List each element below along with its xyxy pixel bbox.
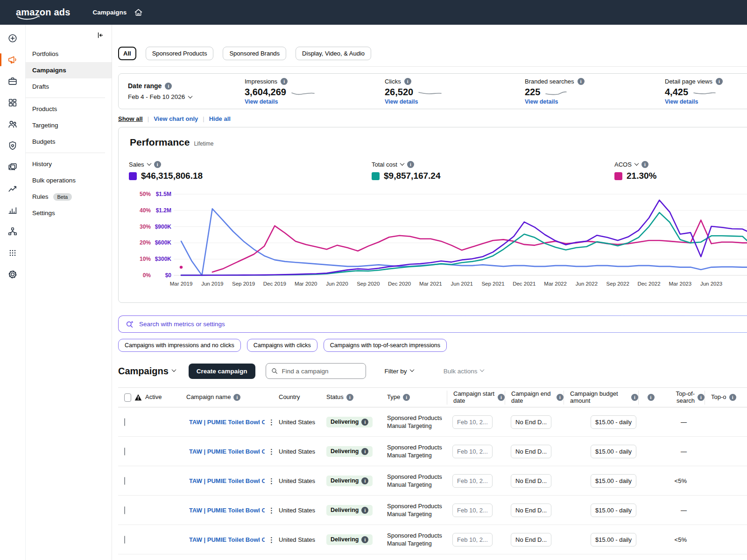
- sidebar-item-history[interactable]: History: [26, 156, 112, 172]
- tab-sponsored-products[interactable]: Sponsored Products: [146, 47, 214, 60]
- bar-chart-icon[interactable]: [0, 205, 26, 215]
- trend-line-icon[interactable]: [0, 183, 26, 194]
- start-date-box[interactable]: Feb 10, 2...: [452, 445, 493, 458]
- info-icon[interactable]: i: [716, 78, 723, 85]
- info-icon[interactable]: i: [631, 394, 638, 401]
- kebab-menu-icon[interactable]: ⋮: [268, 448, 275, 455]
- budget-box[interactable]: $15.00 - daily: [591, 504, 636, 517]
- info-icon[interactable]: i: [233, 394, 240, 401]
- info-icon[interactable]: i: [361, 477, 368, 484]
- network-icon[interactable]: [0, 226, 26, 237]
- date-range-picker[interactable]: Feb 4 - Feb 10 2026: [128, 93, 245, 100]
- view-details-link[interactable]: View details: [525, 98, 665, 105]
- row-checkbox[interactable]: [124, 536, 125, 544]
- grid-icon[interactable]: [0, 98, 26, 108]
- tab-sponsored-brands[interactable]: Sponsored Brands: [223, 47, 286, 60]
- sidebar-item-products[interactable]: Products: [26, 101, 112, 117]
- start-date-box[interactable]: Feb 10, 2...: [452, 415, 493, 429]
- sidebar-item-settings[interactable]: Settings: [26, 205, 112, 221]
- apps-grid-icon[interactable]: [0, 248, 26, 258]
- info-icon[interactable]: i: [404, 78, 411, 85]
- select-all-checkbox[interactable]: [124, 393, 131, 402]
- images-icon[interactable]: [0, 162, 26, 172]
- info-icon[interactable]: i: [154, 161, 161, 168]
- legend-metric-dropdown[interactable]: Salesi: [129, 161, 203, 168]
- sidebar-item-portfolios[interactable]: Portfolios: [26, 46, 112, 62]
- info-icon[interactable]: i: [361, 448, 368, 455]
- kebab-menu-icon[interactable]: ⋮: [268, 477, 275, 484]
- sidebar-item-rules[interactable]: RulesBeta: [26, 189, 112, 205]
- legend-metric-dropdown[interactable]: Total costi: [372, 161, 441, 168]
- megaphone-icon[interactable]: [0, 55, 26, 65]
- sidebar-item-drafts[interactable]: Drafts: [26, 78, 112, 95]
- filter-by-dropdown[interactable]: Filter by: [385, 368, 414, 375]
- tab-all[interactable]: All: [118, 47, 136, 60]
- quick-filter-pill[interactable]: Campaigns with top-of-search impressions: [324, 339, 447, 352]
- kebab-menu-icon[interactable]: ⋮: [268, 536, 275, 543]
- info-icon[interactable]: i: [498, 394, 505, 401]
- view-details-link[interactable]: View details: [665, 98, 747, 105]
- end-date-box[interactable]: No End D...: [511, 504, 551, 517]
- shield-heart-icon[interactable]: [0, 140, 26, 151]
- amazon-ads-logo[interactable]: amazon ads: [16, 7, 70, 18]
- info-icon[interactable]: i: [698, 394, 705, 401]
- row-checkbox[interactable]: [124, 477, 125, 485]
- budget-box[interactable]: $15.00 - daily: [591, 474, 636, 488]
- info-icon[interactable]: i: [729, 394, 736, 401]
- campaign-name-link[interactable]: TAW | PUMIE Toilet Bowl Cle...: [189, 448, 265, 455]
- plus-circle-icon[interactable]: [0, 33, 26, 43]
- end-date-box[interactable]: No End D...: [511, 445, 551, 458]
- info-icon[interactable]: i: [407, 161, 414, 168]
- campaigns-heading[interactable]: Campaigns: [118, 366, 176, 377]
- row-checkbox[interactable]: [124, 448, 125, 455]
- campaign-name-link[interactable]: TAW | PUMIE Toilet Bowl Cle...: [189, 477, 265, 484]
- start-date-box[interactable]: Feb 10, 2...: [452, 474, 493, 488]
- sidebar-item-campaigns[interactable]: Campaigns: [26, 62, 112, 78]
- budget-box[interactable]: $15.00 - daily: [591, 533, 636, 546]
- info-icon[interactable]: i: [648, 394, 655, 401]
- view-chart-only-link[interactable]: View chart only: [154, 115, 198, 122]
- info-icon[interactable]: i: [403, 394, 410, 401]
- info-icon[interactable]: i: [361, 507, 368, 514]
- briefcase-icon[interactable]: [0, 76, 26, 86]
- bulk-actions-dropdown[interactable]: Bulk actions: [444, 368, 484, 375]
- users-icon[interactable]: [0, 119, 26, 129]
- campaign-name-link[interactable]: TAW | PUMIE Toilet Bowl Cle...: [189, 419, 265, 426]
- view-details-link[interactable]: View details: [385, 98, 525, 105]
- budget-box[interactable]: $15.00 - daily: [591, 445, 636, 458]
- campaign-name-link[interactable]: TAW | PUMIE Toilet Bowl Cle...: [189, 507, 265, 514]
- row-checkbox[interactable]: [124, 506, 125, 514]
- info-icon[interactable]: i: [361, 536, 368, 543]
- legend-metric-dropdown[interactable]: ACOSi: [614, 161, 656, 168]
- ai-search-bar[interactable]: Search with metrics or settings: [118, 315, 747, 333]
- end-date-box[interactable]: No End D...: [511, 533, 551, 546]
- sidebar-item-targeting[interactable]: Targeting: [26, 117, 112, 133]
- end-date-box[interactable]: No End D...: [511, 415, 551, 429]
- campaign-name-link[interactable]: TAW | PUMIE Toilet Bowl Cle...: [189, 536, 265, 543]
- sidebar-item-budgets[interactable]: Budgets: [26, 133, 112, 150]
- info-icon[interactable]: i: [346, 394, 353, 401]
- collapse-sidebar-icon[interactable]: [26, 31, 112, 39]
- find-campaign-input[interactable]: Find a campaign: [266, 363, 366, 379]
- show-all-link[interactable]: Show all: [118, 115, 143, 122]
- start-date-box[interactable]: Feb 10, 2...: [452, 504, 493, 517]
- kebab-menu-icon[interactable]: ⋮: [268, 419, 275, 426]
- create-campaign-button[interactable]: Create campaign: [189, 364, 255, 379]
- quick-filter-pill[interactable]: Campaigns with impressions and no clicks: [118, 339, 241, 352]
- info-icon[interactable]: i: [557, 394, 564, 401]
- start-date-box[interactable]: Feb 10, 2...: [452, 533, 493, 546]
- info-icon[interactable]: i: [578, 78, 585, 85]
- info-icon[interactable]: i: [281, 78, 288, 85]
- gear-icon[interactable]: [0, 269, 26, 280]
- budget-box[interactable]: $15.00 - daily: [591, 415, 636, 429]
- info-icon[interactable]: i: [641, 161, 648, 168]
- end-date-box[interactable]: No End D...: [511, 474, 551, 488]
- tab-display-video-audio[interactable]: Display, Video, & Audio: [296, 47, 371, 60]
- info-icon[interactable]: i: [165, 83, 172, 90]
- kebab-menu-icon[interactable]: ⋮: [268, 507, 275, 514]
- view-details-link[interactable]: View details: [245, 98, 385, 105]
- sidebar-item-bulk-operations[interactable]: Bulk operations: [26, 172, 112, 189]
- info-icon[interactable]: i: [361, 419, 368, 426]
- home-icon[interactable]: [134, 8, 143, 17]
- quick-filter-pill[interactable]: Campaigns with clicks: [247, 339, 317, 352]
